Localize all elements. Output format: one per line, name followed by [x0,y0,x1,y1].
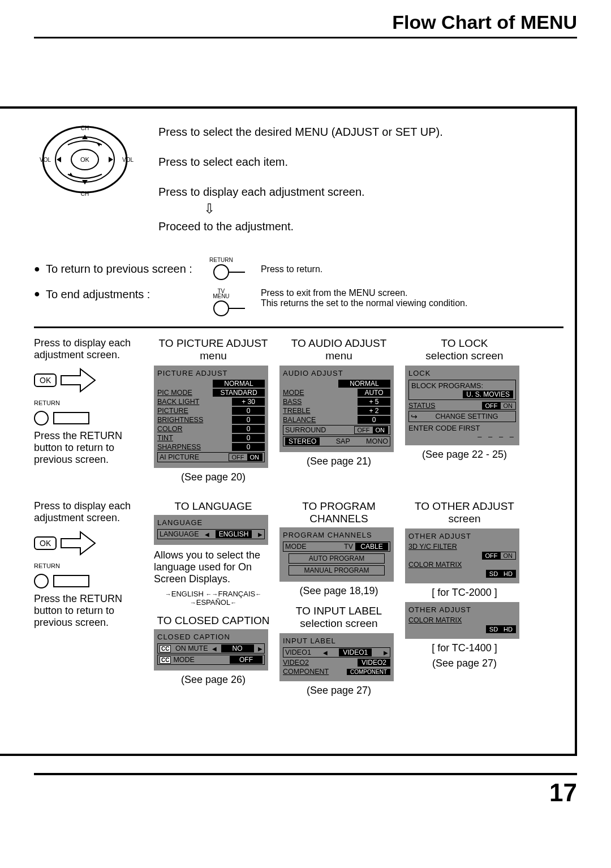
lock-head: TO LOCK [405,337,524,350]
model-note: [ for TC-2000 ] [405,587,524,599]
svg-text:VOL: VOL [40,157,51,163]
other-osd-1: OTHER ADJUST 3D Y/C FILTER OFFON COLOR M… [405,528,519,583]
see-page: (See page 27) [405,658,524,669]
triangle-left-icon: ◀ [205,531,209,538]
language-flow: →ENGLISH ←→FRANÇAIS← →ESPAÑOL← [154,590,273,607]
model-note: [ for TC-1400 ] [405,642,524,654]
return-right-text: Press to return. [261,264,322,274]
language-caption-col: TO LANGUAGE LANGUAGE LANGUAGE ◀ ENGLISH … [154,500,273,686]
svg-text:OK: OK [80,156,90,163]
audio-osd: AUDIO ADJUST NORMAL MODEAUTO BASS+ 5 TRE… [279,366,394,452]
page-title: Flow Chart of MENU [392,11,577,33]
picture-adjust-block: TO PICTURE ADJUST menu PICTURE ADJUST NO… [154,337,273,483]
input-osd: INPUT LABEL VIDEO1 ◀ VIDEO1 ▶ VIDEO2VIDE… [279,633,394,681]
left-guide-block-2: Press to display each adjustment screen.… [34,500,147,629]
input-head: TO INPUT LABEL [279,605,398,617]
arrow-right-icon [60,531,96,556]
see-page: (See page 21) [279,456,398,467]
title-bar: Flow Chart of MENU [34,11,577,38]
lock-block: TO LOCK selection screen LOCK BLOCK PROG… [405,337,524,461]
ok-button-icon: OK [34,373,57,387]
cc-icon: CC [160,656,171,664]
program-head: TO PROGRAM CHANNELS [279,500,398,525]
ok-button-icon: OK [34,536,57,550]
see-page: (See page 20) [154,471,273,483]
bullet-icon: ● [34,263,40,275]
return-label: RETURN [34,399,60,406]
osd-normal: NORMAL [213,380,265,388]
return-button-shapes [34,574,147,588]
language-head: TO LANGUAGE [154,500,273,513]
end-row: ● To end adjustments : TV MENU Press to … [34,288,563,317]
return-button-row: RETURN [34,399,147,406]
return-btn-label: RETURN [204,257,238,263]
see-page: (See page 26) [154,674,273,686]
code-placeholder: – – – – [408,432,516,441]
return-button-icon: RETURN [204,257,238,281]
return-prev-label: To return to previous screen : [46,263,199,276]
main-frame: OK CH CH VOL VOL Press to select the des… [0,106,577,756]
other-sub: screen [405,513,524,525]
left-guide-block: Press to display each adjustment screen.… [34,337,147,466]
divider [34,326,563,328]
audio-head: TO AUDIO ADJUST [279,337,398,350]
svg-text:VOL: VOL [122,157,134,163]
triangle-right-icon: ▶ [384,650,388,656]
triangle-left-icon: ◀ [212,646,217,652]
end-right-text1: Press to exit from the MENU screen. [261,288,468,298]
display-each-text: Press to display each adjustment screen. [34,500,147,524]
menu-label: MENU [204,293,238,299]
down-arrow-icon: ⇩ [204,201,563,217]
bottom-bar [34,773,577,775]
instruction-text: Press to select each item. [158,156,563,169]
page-number: 17 [34,779,577,807]
manual-program-btn: MANUAL PROGRAM [289,565,385,575]
return-label: RETURN [34,562,60,569]
language-osd: LANGUAGE LANGUAGE ◀ ENGLISH ▶ [154,515,268,545]
lock-sub: selection screen [405,350,524,362]
return-row: ● To return to previous screen : RETURN … [34,257,563,281]
auto-program-btn: AUTO PROGRAM [289,553,385,564]
instruction-column: Press to select the desired MENU (ADJUST… [158,120,563,250]
see-page: (See page 27) [279,685,398,697]
bullet-icon: ● [34,288,40,300]
audio-sub: menu [279,350,398,362]
cc-icon: CC [160,645,171,652]
input-sub: selection screen [279,617,398,630]
display-each-text: Press to display each adjustment screen. [34,337,147,361]
triangle-left-icon: ◀ [323,650,328,656]
svg-text:CH: CH [81,191,89,197]
picture-head: TO PICTURE ADJUST [154,337,273,350]
end-adjust-label: To end adjustments : [46,288,199,301]
arrow-right-icon [60,368,96,393]
osd-header: PICTURE ADJUST [157,369,265,377]
return-text: Press the RETURN button to return to pre… [34,593,147,629]
language-note: Allows you to select the language used f… [154,549,273,585]
program-input-col: TO PROGRAM CHANNELS PROGRAM CHANNELS MOD… [279,500,398,697]
other-osd-2: OTHER ADJUST COLOR MATRIX SDHD [405,602,519,639]
return-text: Press the RETURN button to return to pre… [34,430,147,466]
end-right-text2: This returns the set to the normal viewi… [261,298,468,308]
see-page: (See page 22 - 25) [405,449,524,461]
instruction-text: Proceed to the adjustment. [158,220,563,233]
tv-menu-button-icon: TV MENU [204,288,238,317]
other-head: TO OTHER ADJUST [405,500,524,513]
triangle-right-icon: ▶ [258,646,263,652]
picture-sub: menu [154,350,273,362]
svg-text:CH: CH [81,125,89,131]
see-page: (See page 18,19) [279,585,398,597]
return-button-row: RETURN [34,562,147,569]
lock-osd: LOCK BLOCK PROGRAMS: U. S. MOVIES STATUS… [405,366,519,445]
instruction-text: Press to select the desired MENU (ADJUST… [158,126,563,139]
picture-osd: PICTURE ADJUST NORMAL PIC MODESTANDARD B… [154,366,268,468]
instruction-text: Press to display each adjustment screen. [158,186,563,199]
caption-osd: CLOSED CAPTION CC ON MUTE ◀ NO ▶ CC MODE… [154,629,268,671]
triangle-right-icon: ▶ [258,531,263,538]
return-button-shapes [34,411,147,426]
caption-head: TO CLOSED CAPTION [154,615,273,627]
audio-adjust-block: TO AUDIO ADJUST menu AUDIO ADJUST NORMAL… [279,337,398,467]
program-osd: PROGRAM CHANNELS MODE TV CABLE AUTO PROG… [279,527,394,582]
other-adjust-col: TO OTHER ADJUST screen OTHER ADJUST 3D Y… [405,500,524,669]
remote-dpad-icon: OK CH CH VOL VOL [34,120,136,199]
change-setting-icon: ↪ [411,412,418,421]
